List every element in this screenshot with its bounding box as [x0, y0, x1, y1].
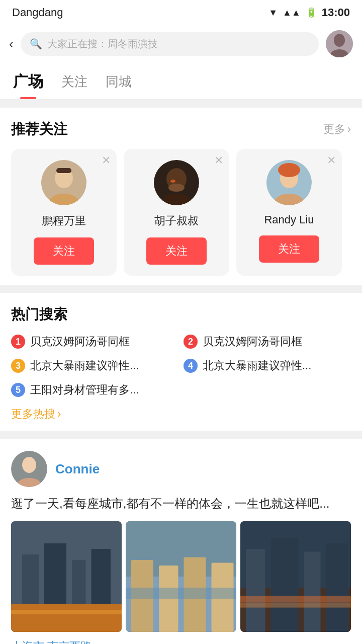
tab-bar: 广场 关注 同城	[0, 63, 362, 100]
feed-image-1[interactable]	[126, 521, 236, 632]
hot-text-1: 贝克汉姆阿汤哥同框	[203, 334, 302, 349]
svg-point-15	[278, 163, 300, 177]
feed-content: 逛了一天,看每座城市,都有不一样的体会，一生也就这样吧...	[11, 494, 351, 513]
feed-section: Connie 逛了一天,看每座城市,都有不一样的体会，一生也就这样吧...	[0, 439, 362, 644]
svg-rect-40	[240, 603, 351, 608]
hot-item-2[interactable]: 3 北京大暴雨建议弹性...	[11, 358, 178, 373]
close-card-0-button[interactable]: ✕	[102, 154, 111, 167]
section-header-recommended: 推荐关注 更多 ›	[11, 120, 351, 139]
hot-text-2: 北京大暴雨建议弹性...	[30, 358, 139, 373]
hot-text-4: 王阳对身材管理有多...	[30, 382, 139, 397]
svg-rect-25	[11, 610, 122, 614]
follow-card-1: ✕ 胡子叔叔 关注	[124, 149, 229, 276]
svg-point-1	[334, 34, 345, 47]
card-name-1: 胡子叔叔	[154, 213, 199, 228]
svg-point-11	[170, 180, 175, 183]
follow-card-2: ✕ Randy Liu 关注	[236, 149, 342, 276]
search-icon: 🔍	[30, 38, 42, 50]
feed-images	[11, 521, 351, 632]
follow-button-0[interactable]: 关注	[34, 237, 94, 265]
feed-username[interactable]: Connie	[55, 461, 100, 477]
feed-item-header: Connie	[11, 451, 351, 487]
tab-tongcheng[interactable]: 同城	[106, 65, 132, 98]
chevron-right-icon: ›	[347, 123, 351, 136]
hot-search-title: 热门搜索	[11, 305, 67, 324]
svg-rect-32	[126, 588, 236, 599]
status-icons: ▼ ▲▲ 🔋 13:00	[268, 6, 350, 19]
feed-avatar[interactable]	[11, 451, 47, 487]
search-bar[interactable]: 🔍 大家正在搜：周冬雨演技	[21, 32, 319, 56]
battery-icon: 🔋	[306, 7, 317, 18]
signal-icon: ▲▲	[283, 8, 301, 18]
section-header-hot: 热门搜索	[11, 305, 351, 324]
hot-item-1[interactable]: 2 贝克汉姆阿汤哥同框	[184, 334, 351, 349]
recommended-more[interactable]: 更多 ›	[323, 122, 351, 137]
card-name-2: Randy Liu	[264, 213, 314, 226]
card-avatar-2	[266, 160, 312, 205]
tab-guangchang[interactable]: 广场	[13, 63, 43, 99]
chevron-right-icon-hot: ›	[57, 408, 61, 421]
tab-guanzhu[interactable]: 关注	[61, 65, 87, 98]
hot-badge-0: 1	[11, 335, 25, 349]
hot-badge-2: 3	[11, 359, 25, 373]
more-label: 更多	[323, 122, 345, 137]
feed-item-0: Connie 逛了一天,看每座城市,都有不一样的体会，一生也就这样吧...	[11, 451, 351, 644]
hot-search-section: 热门搜索 1 贝克汉姆阿汤哥同框 2 贝克汉姆阿汤哥同框 3 北京大暴雨建议弹性…	[0, 293, 362, 431]
hot-item-3[interactable]: 4 北京大暴雨建议弹性...	[184, 358, 351, 373]
svg-rect-24	[11, 604, 122, 632]
follow-button-1[interactable]: 关注	[146, 237, 207, 265]
wifi-icon: ▼	[268, 8, 278, 18]
svg-point-17	[22, 457, 36, 473]
more-hot-searches[interactable]: 更多热搜 ›	[11, 407, 351, 422]
hot-search-grid: 1 贝克汉姆阿汤哥同框 2 贝克汉姆阿汤哥同框 3 北京大暴雨建议弹性... 4…	[11, 334, 351, 422]
more-hot-label: 更多热搜	[11, 407, 55, 422]
status-bar: Dangdang ▼ ▲▲ 🔋 13:00	[0, 0, 362, 25]
recommended-title: 推荐关注	[11, 120, 67, 139]
hot-badge-3: 4	[184, 359, 198, 373]
follow-cards-container: ✕ 鹏程万里 关注 ✕	[11, 149, 351, 276]
recommended-follow-section: 推荐关注 更多 › ✕ 鹏程万里 关注 ✕	[0, 108, 362, 285]
follow-button-2[interactable]: 关注	[259, 235, 319, 263]
hot-item-0[interactable]: 1 贝克汉姆阿汤哥同框	[11, 334, 178, 349]
card-avatar-1	[154, 160, 199, 205]
svg-point-10	[168, 184, 185, 192]
svg-rect-37	[304, 552, 321, 632]
search-hint-text: 大家正在搜：周冬雨演技	[47, 37, 158, 51]
hot-item-4[interactable]: 5 王阳对身材管理有多...	[11, 382, 178, 397]
status-time: 13:00	[322, 6, 350, 19]
hot-text-3: 北京大暴雨建议弹性...	[203, 358, 311, 373]
hot-badge-4: 5	[11, 383, 25, 397]
follow-card-0: ✕ 鹏程万里 关注	[11, 149, 117, 276]
svg-rect-36	[271, 538, 299, 632]
feed-image-0[interactable]	[11, 521, 122, 632]
card-avatar-0	[41, 160, 86, 205]
feed-location[interactable]: 上海市·南京西路	[11, 639, 351, 644]
hot-badge-1: 2	[184, 335, 198, 349]
feed-image-2[interactable]	[240, 521, 351, 632]
svg-rect-35	[246, 549, 265, 632]
close-card-1-button[interactable]: ✕	[214, 154, 223, 167]
user-avatar-header[interactable]	[326, 30, 353, 57]
svg-rect-39	[240, 596, 351, 603]
hot-text-0: 贝克汉姆阿汤哥同框	[30, 334, 130, 349]
close-card-2-button[interactable]: ✕	[327, 154, 336, 167]
header: ‹ 🔍 大家正在搜：周冬雨演技	[0, 25, 362, 63]
svg-rect-6	[56, 168, 71, 173]
svg-rect-38	[326, 543, 348, 632]
card-name-0: 鹏程万里	[42, 213, 86, 228]
app-name: Dangdang	[12, 6, 63, 19]
back-button[interactable]: ‹	[9, 36, 14, 52]
